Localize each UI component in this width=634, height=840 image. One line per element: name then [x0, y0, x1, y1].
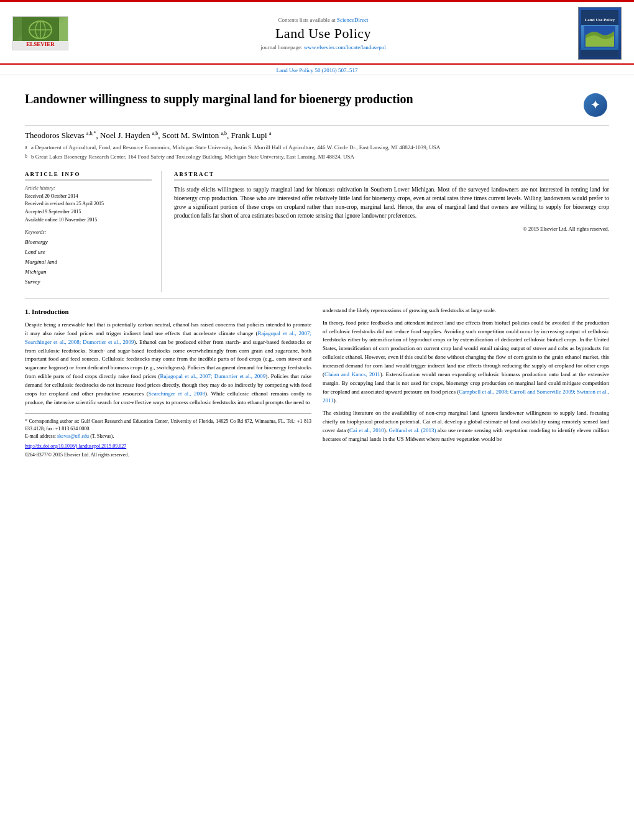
- keyword-survey: Survey: [25, 277, 152, 287]
- accepted-date: Accepted 9 September 2015: [25, 208, 152, 216]
- sciencedirect-link[interactable]: ScienceDirect: [337, 17, 368, 23]
- ref-gelfand-2013[interactable]: Gelfand et al. (2013): [389, 427, 436, 433]
- abstract-title: ABSTRACT: [174, 171, 609, 180]
- body-columns: 1. Introduction Despite being a renewabl…: [25, 299, 609, 459]
- thumbnail-title: Land Use Policy: [585, 17, 615, 22]
- footnote-star: * Corresponding author at: Gulf Coast Re…: [25, 418, 311, 433]
- journal-ref-line: Land Use Policy 50 (2016) 507–517: [0, 65, 634, 75]
- ref-rajagopal-2007b[interactable]: Rajagopal et al., 2007; Dumortier et al.…: [160, 373, 266, 379]
- article-title: Landowner willingness to supply marginal…: [25, 91, 581, 107]
- history-label: Article history:: [25, 185, 152, 191]
- elsevier-label: ELSEVIER: [26, 41, 55, 47]
- keyword-land-use: Land use: [25, 247, 152, 257]
- ref-rajagopal-2007[interactable]: Rajagopal et al., 2007; Searchinger et a…: [25, 330, 311, 345]
- article-content: Landowner willingness to supply marginal…: [0, 75, 634, 471]
- section1-para3: In theory, food price feedbacks and atte…: [323, 319, 609, 405]
- keywords-label: Keywords:: [25, 229, 152, 235]
- keywords-list: Bioenergy Land use Marginal land Michiga…: [25, 237, 152, 287]
- keywords-group: Keywords: Bioenergy Land use Marginal la…: [25, 229, 152, 287]
- word-other: other: [82, 390, 94, 397]
- page: ELSEVIER Contents lists available at Sci…: [0, 0, 634, 840]
- crossmark-icon: ✦: [584, 93, 607, 117]
- ref-cai-2010[interactable]: Cai et al., 2010: [349, 427, 384, 433]
- abstract-section: ABSTRACT This study elicits willingness …: [174, 171, 609, 292]
- body-col-right: understand the likely repercussions of g…: [323, 307, 609, 459]
- authors-list: Theodoros Skevas a,b,*, Noel J. Hayden a…: [25, 131, 609, 141]
- article-info-title: ARTICLE INFO: [25, 171, 152, 180]
- section1-title: 1. Introduction: [25, 307, 311, 317]
- available-online-date: Available online 10 November 2015: [25, 216, 152, 224]
- abstract-text: This study elicits willingness to supply…: [174, 185, 609, 221]
- journal-header: ELSEVIER Contents lists available at Sci…: [0, 2, 634, 65]
- sciencedirect-text: Contents lists available at ScienceDirec…: [81, 17, 566, 23]
- journal-thumbnail: Land Use Policy: [578, 7, 622, 60]
- received-date: Received 20 October 2014: [25, 193, 152, 201]
- copyright-footer: 0264-8377/© 2015 Elsevier Ltd. All right…: [25, 451, 311, 459]
- body-col-left: 1. Introduction Despite being a renewabl…: [25, 307, 311, 459]
- footnote-email: E-mail address: skevas@ufl.edu (T. Skeva…: [25, 433, 311, 440]
- keyword-michigan: Michigan: [25, 267, 152, 277]
- journal-title-header: Land Use Policy: [81, 25, 566, 42]
- doi-line[interactable]: http://dx.doi.org/10.1016/j.landusepol.2…: [25, 443, 311, 450]
- article-title-section: Landowner willingness to supply marginal…: [25, 81, 609, 126]
- affiliations: a a Department of Agricultural, Food, an…: [25, 144, 609, 160]
- section1-para2: understand the likely repercussions of g…: [323, 307, 609, 315]
- journal-center: Contents lists available at ScienceDirec…: [68, 17, 578, 50]
- footnote-area: * Corresponding author at: Gulf Coast Re…: [25, 413, 311, 459]
- keyword-bioenergy: Bioenergy: [25, 237, 152, 247]
- authors-section: Theodoros Skevas a,b,*, Noel J. Hayden a…: [25, 126, 609, 165]
- affiliation-b: b b Great Lakes Bioenergy Research Cente…: [25, 153, 609, 161]
- ref-claian-2011[interactable]: Claian and Kancs, 2011: [324, 371, 380, 377]
- article-history-group: Article history: Received 20 October 201…: [25, 185, 152, 224]
- elsevier-logo: ELSEVIER: [12, 16, 68, 50]
- ref-searchinger-2008[interactable]: Searchinger et al., 2008: [149, 390, 205, 397]
- crossmark-logo[interactable]: ✦: [581, 91, 609, 119]
- history-dates: Received 20 October 2014 Received in rev…: [25, 193, 152, 224]
- elsevier-logo-graphic: [13, 17, 68, 41]
- abstract-copyright: © 2015 Elsevier Ltd. All rights reserved…: [174, 226, 609, 232]
- doi-link[interactable]: http://dx.doi.org/10.1016/j.landusepol.2…: [25, 443, 126, 449]
- keyword-marginal-land: Marginal land: [25, 257, 152, 267]
- homepage-url-link[interactable]: www.elsevier.com/locate/landusepol: [304, 44, 386, 50]
- article-info-abstract: ARTICLE INFO Article history: Received 2…: [25, 165, 609, 299]
- homepage-link: journal homepage: www.elsevier.com/locat…: [81, 44, 566, 50]
- section1-para1: Despite being a renewable fuel that is p…: [25, 321, 311, 407]
- section1-para4: The existing literature on the availabil…: [323, 409, 609, 444]
- affiliation-a: a a Department of Agricultural, Food, an…: [25, 144, 609, 152]
- journal-ref-text: Land Use Policy 50 (2016) 507–517: [276, 67, 357, 73]
- article-info-panel: ARTICLE INFO Article history: Received 2…: [25, 171, 162, 292]
- email-link[interactable]: skevas@ufl.edu: [57, 433, 89, 439]
- ref-campbell-2008[interactable]: Campbell et al., 2008; Carroll and Somer…: [323, 389, 609, 404]
- received-revised-date: Received in revised form 25 April 2015: [25, 200, 152, 208]
